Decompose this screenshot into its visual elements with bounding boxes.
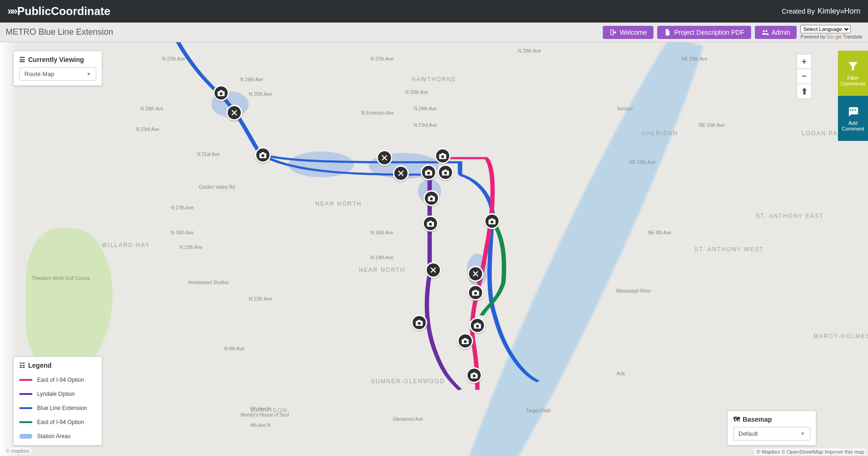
camera-marker[interactable] [435, 148, 451, 164]
tool-marker[interactable] [376, 150, 392, 166]
camera-marker[interactable] [484, 213, 500, 229]
tool-marker[interactable] [393, 165, 409, 181]
legend-item: Lyndale Option [19, 387, 96, 401]
legend-title: ☷ Legend [19, 362, 96, 369]
road-label: N 28th Ave [518, 48, 541, 53]
legend-swatch [19, 434, 32, 439]
layers-icon: ☰ [19, 56, 25, 63]
door-icon [609, 29, 617, 36]
camera-marker[interactable] [421, 164, 437, 180]
road-label: N 25th Ave [249, 92, 272, 97]
legend-swatch [19, 407, 32, 409]
legend-item: Blue Line Extension [19, 401, 96, 415]
legend-swatch [19, 393, 32, 395]
legend-label: Blue Line Extension [37, 405, 87, 411]
camera-marker[interactable] [255, 147, 271, 163]
filter-comments-button[interactable]: Filter Comments [838, 51, 868, 96]
road-label: N 27th Ave [162, 56, 185, 62]
legend-item: East of I-94 Option [19, 415, 96, 429]
road-label: NE 8th Ave [648, 230, 671, 235]
camera-marker[interactable] [457, 333, 473, 349]
sub-header-bar: METRO Blue Line Extension Welcome Projec… [0, 23, 868, 42]
map-attribution[interactable]: © Mapbox © OpenStreetMap Improve this ma… [754, 448, 866, 455]
language-select[interactable]: Select Language [800, 25, 851, 33]
road-label: N 17th Ave [171, 205, 194, 210]
road-label: Theodore Wirth Golf Course [31, 276, 90, 281]
creator-name: Kimley»Horn [817, 7, 860, 15]
road-label: N 23rd Ave [136, 127, 159, 132]
currently-viewing-title: ☰ Currently Viewing [19, 56, 96, 63]
map-icon: 🗺 [733, 416, 740, 423]
legend-swatch [19, 421, 32, 423]
neighborhood-label: ST. ANTHONY EAST [756, 213, 824, 219]
add-comment-button[interactable]: Add Comment [838, 96, 868, 141]
legend-label: East of I-94 Option [37, 419, 84, 425]
chevron-down-icon: ▼ [800, 431, 805, 436]
road-label: 4th Ave N [250, 422, 270, 427]
road-label: N 8th Ave [224, 346, 245, 351]
camera-marker[interactable] [411, 315, 427, 331]
road-label: Target Field [526, 408, 550, 413]
camera-marker[interactable] [422, 216, 438, 232]
neighborhood-label: SHERIDAN [641, 130, 678, 137]
legend-item: East of I-94 Option [19, 373, 96, 387]
legend-item: Station Areas [19, 429, 96, 443]
users-icon [761, 29, 769, 36]
legend-swatch [19, 379, 32, 381]
created-by: Created By Kimley»Horn [782, 7, 860, 15]
legend-label: East of I-94 Option [37, 377, 84, 383]
neighborhood-label: WILLARD-HAY [102, 242, 150, 248]
welcome-button[interactable]: Welcome [603, 26, 653, 39]
road-label: N 24th Ave [414, 106, 437, 111]
route-map-select[interactable]: Route Map ▼ [19, 67, 96, 81]
file-icon [664, 29, 671, 36]
project-title: METRO Blue Line Extension [6, 27, 113, 37]
tool-marker[interactable] [425, 262, 441, 278]
neighborhood-label: SUMNER-GLENWOOD [371, 378, 445, 385]
neighborhood-label: MARCY-HOLMES [814, 333, 868, 340]
camera-marker[interactable] [468, 285, 484, 301]
basemap-title: 🗺 Basemap [733, 416, 810, 423]
zoom-in-button[interactable]: + [797, 54, 812, 69]
road-label: NE 13th Ave [630, 160, 655, 165]
header-bar: »» PublicCoordinate Created By Kimley»Ho… [0, 0, 868, 23]
tool-marker[interactable] [226, 105, 242, 121]
map-zoom-controls: + − ⬆ [797, 54, 812, 99]
admin-button[interactable]: Admin [755, 26, 797, 39]
camera-marker[interactable] [423, 190, 439, 206]
basemap-select[interactable]: Default ▼ [733, 427, 810, 441]
road-label: NE 19th Ave [681, 56, 707, 62]
road-label: N 12th Ave [249, 296, 272, 301]
neighborhood-label: ST. ANTHONY WEST [694, 246, 764, 253]
list-icon: ☷ [19, 362, 25, 369]
neighborhood-label: NEAR NORTH [315, 201, 362, 207]
neighborhood-label: HAWTHORNE [411, 76, 456, 83]
camera-marker[interactable] [213, 85, 229, 101]
road-label: Aria [616, 371, 625, 376]
road-label: N 14th Ave [370, 255, 393, 260]
map-container[interactable]: N 27th AveN 26th AveN 25th AveN 24th Ave… [0, 42, 868, 456]
brand-logo: »» PublicCoordinate [8, 5, 110, 18]
legend-panel: ☷ Legend East of I-94 OptionLyndale Opti… [13, 356, 102, 446]
road-label: N 27th Ave [370, 56, 393, 62]
road-label: N 24th Ave [140, 106, 163, 111]
legend-label: Lyndale Option [37, 391, 75, 397]
sub-header-actions: Welcome Project Description PDF Admin Se… [603, 25, 862, 39]
mapbox-badge: © mapbox [3, 448, 32, 454]
camera-marker[interactable] [438, 164, 453, 180]
road-label: N Emerson Ave [361, 110, 394, 115]
tool-marker[interactable] [468, 266, 484, 282]
road-label: N 23rd Ave [414, 123, 437, 128]
project-description-pdf-button[interactable]: Project Description PDF [657, 26, 751, 39]
brand-name: PublicCoordinate [17, 5, 110, 18]
road-label: Sentyrz [617, 106, 633, 111]
legend-label: Station Areas [37, 433, 70, 440]
road-label: Golden Valley Rd [199, 185, 235, 190]
comment-icon [847, 105, 859, 117]
compass-button[interactable]: ⬆ [797, 84, 812, 99]
road-label: NE 15th Ave [699, 123, 724, 128]
camera-marker[interactable] [469, 317, 485, 333]
road-label: Homewood Studios [188, 279, 229, 285]
camera-marker[interactable] [466, 367, 482, 383]
zoom-out-button[interactable]: − [797, 69, 812, 84]
